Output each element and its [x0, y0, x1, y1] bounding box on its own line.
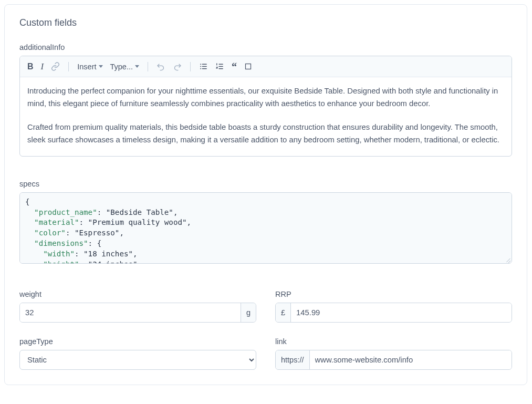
weight-input-group: g	[19, 303, 256, 323]
additional-info-editor: B I Insert Type... “	[19, 56, 512, 157]
paragraph-2: Crafted from premium quality materials, …	[27, 121, 504, 147]
panel-title: Custom fields	[19, 17, 512, 28]
specs-code-content: { "product_name": "Bedside Table", "mate…	[25, 197, 506, 264]
rrp-input[interactable]	[291, 303, 512, 322]
link-prefix-addon: https://	[276, 350, 310, 369]
weight-input[interactable]	[20, 303, 241, 322]
bullet-list-button[interactable]	[199, 62, 208, 71]
custom-fields-panel: Custom fields additionalInfo B I Insert …	[4, 4, 527, 385]
italic-button[interactable]: I	[41, 61, 44, 72]
type-dropdown[interactable]: Type...	[110, 63, 140, 71]
editor-content[interactable]: Introducing the perfect companion for yo…	[20, 77, 512, 156]
link-label: link	[275, 337, 512, 346]
rrp-currency-addon: £	[276, 303, 291, 322]
additional-info-label: additionalInfo	[19, 43, 512, 51]
fullscreen-button[interactable]	[244, 63, 252, 70]
pagetype-select[interactable]: Static	[19, 350, 256, 370]
link-button[interactable]	[51, 62, 60, 71]
svg-rect-10	[246, 64, 251, 69]
rrp-label: RRP	[275, 290, 512, 298]
bold-button[interactable]: B	[27, 62, 34, 71]
weight-label: weight	[19, 290, 256, 298]
specs-label: specs	[19, 180, 512, 188]
specs-code-editor[interactable]: { "product_name": "Bedside Table", "mate…	[19, 192, 512, 264]
blockquote-button[interactable]: “	[232, 64, 237, 69]
undo-button[interactable]	[157, 62, 165, 71]
editor-toolbar: B I Insert Type... “	[20, 56, 512, 77]
redo-button[interactable]	[173, 62, 182, 71]
weight-unit-addon: g	[241, 303, 256, 322]
svg-point-4	[200, 66, 201, 67]
svg-point-5	[200, 68, 201, 69]
resize-handle-icon[interactable]	[505, 257, 510, 262]
rrp-input-group: £	[275, 303, 512, 323]
svg-point-3	[200, 64, 201, 65]
numbered-list-button[interactable]	[215, 62, 224, 71]
paragraph-1: Introducing the perfect companion for yo…	[27, 85, 504, 110]
insert-dropdown[interactable]: Insert	[77, 63, 102, 71]
link-input[interactable]	[310, 350, 512, 369]
link-input-group: https://	[275, 350, 512, 370]
pagetype-label: pageType	[19, 337, 256, 346]
